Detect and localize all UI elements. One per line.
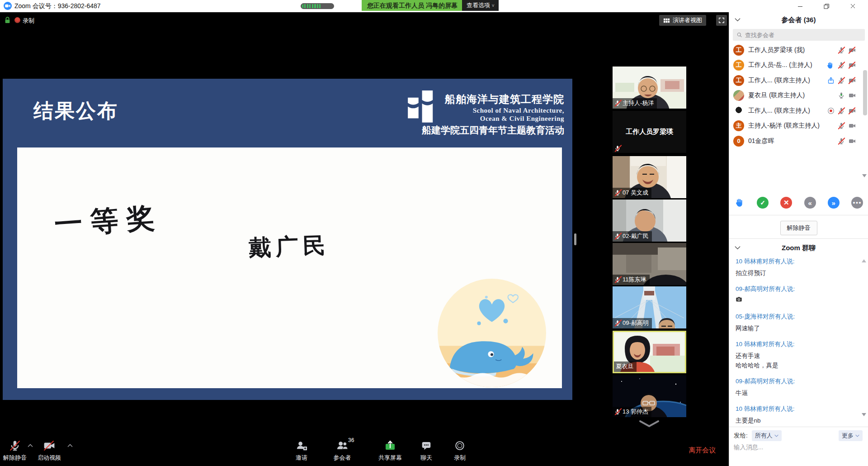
participant-search-box[interactable]	[733, 29, 865, 41]
slide-title: 结果公布	[33, 98, 118, 124]
leave-meeting-button[interactable]: 离开会议	[689, 446, 716, 455]
mic-muted-icon	[9, 439, 21, 452]
participant-row[interactable]: 0 01金彦晖	[729, 133, 868, 149]
message-text: 牛逼	[736, 388, 858, 398]
thumbnail-name-label: 09-郝高明	[613, 318, 652, 328]
zoom-logo-icon	[4, 2, 12, 10]
more-thumbnails-chevron[interactable]	[637, 420, 661, 428]
grid-view-icon	[663, 17, 670, 24]
thumbnail-name-label: 02-戴广民	[613, 231, 652, 242]
fullscreen-button[interactable]	[716, 15, 727, 26]
raise-hand-button[interactable]	[734, 197, 745, 208]
share-screen-icon	[384, 439, 396, 452]
title-bar: Zoom 会议号：936-2802-6487 您正在观看工作人员 冯粤的屏幕 查…	[0, 0, 868, 12]
video-options-caret[interactable]	[67, 443, 73, 448]
unmute-me-button[interactable]: 解除静音	[780, 221, 817, 235]
chat-button[interactable]: 聊天	[410, 439, 442, 462]
more-feedback-button[interactable]: ●●●	[851, 197, 863, 209]
go-faster-button[interactable]: »	[828, 197, 840, 209]
chat-panel-title: Zoom 群聊	[729, 244, 868, 252]
video-thumbnail[interactable]: 主持人-杨洋	[613, 67, 686, 109]
chat-send-to-row: 发给: 所有人 更多	[734, 430, 863, 441]
school-name-cn: 船舶海洋与建筑工程学院	[445, 92, 564, 106]
view-options-button[interactable]: 查看选项 ˅	[462, 0, 499, 11]
mic-muted-icon	[838, 138, 845, 145]
video-thumbnail[interactable]: 11陈东琳	[613, 243, 686, 285]
video-thumbnail-active-speaker[interactable]: 夏衣旦	[613, 331, 686, 373]
mic-muted-icon	[838, 62, 845, 69]
no-cross-button[interactable]: ✕	[780, 197, 792, 209]
participants-panel-title: 参会者 (36)	[729, 16, 868, 24]
go-slower-button[interactable]: «	[804, 197, 816, 209]
side-panel: 参会者 (36) 工 工作人员罗梁瑛 (我) 工 工作人员-岳... (主持人)	[729, 12, 868, 466]
chat-scroll-down-arrow[interactable]	[862, 413, 866, 416]
participant-name: 工作人... (联席主持人)	[748, 107, 823, 115]
unmute-label: 解除静音	[3, 454, 27, 462]
mic-muted-icon	[838, 77, 845, 84]
share-screen-button[interactable]: 共享屏幕	[374, 439, 406, 462]
mic-muted-icon	[614, 320, 621, 326]
invite-icon	[296, 439, 308, 452]
video-thumbnail[interactable]: 02-戴广民	[613, 200, 686, 242]
award-level-text: 一等奖	[53, 198, 164, 244]
nonverbal-feedback-row: ✓ ✕ « » ●●●	[729, 197, 868, 209]
more-chat-options[interactable]: 更多	[839, 430, 863, 441]
unmute-button[interactable]: 解除静音	[0, 439, 30, 462]
participant-row[interactable]: 工作人... (联席主持人)	[729, 103, 868, 119]
screen-share-icon	[827, 77, 835, 84]
restore-button[interactable]	[817, 0, 835, 12]
scroll-down-arrow[interactable]	[862, 174, 867, 177]
audio-level-meter	[301, 3, 334, 9]
yes-check-button[interactable]: ✓	[757, 197, 769, 209]
record-button[interactable]: 录制	[444, 439, 476, 462]
video-thumbnail[interactable]: 13 郭仲杰	[613, 375, 686, 417]
participant-name: 13 郭仲杰	[623, 408, 648, 416]
participant-row[interactable]: 主 主持人-杨洋 (联席主持人)	[729, 119, 868, 134]
chat-message: 05-庞海祥对所有人说: 网速输了	[736, 313, 858, 333]
whale-illustration	[437, 278, 547, 388]
participant-name: 02-戴广民	[623, 232, 649, 240]
video-thumbnail[interactable]: 工作人员罗梁瑛	[613, 111, 686, 153]
participant-row[interactable]: 工 工作人... (联席主持人)	[729, 73, 868, 88]
video-thumbnail[interactable]: 09-郝高明	[613, 286, 686, 328]
video-thumbnail[interactable]: 07 吴文成	[613, 156, 686, 198]
meeting-id-label: Zoom 会议号：936-2802-6487	[14, 0, 101, 12]
record-label: 录制	[454, 454, 466, 462]
mic-options-caret[interactable]	[27, 443, 33, 448]
minimize-button[interactable]	[791, 0, 809, 12]
message-sender: 09-郝高明对所有人说:	[736, 285, 858, 293]
chat-message-input[interactable]	[734, 444, 863, 451]
mic-muted-icon	[614, 190, 621, 196]
close-button[interactable]	[844, 0, 862, 12]
divider	[729, 215, 868, 215]
send-to-value: 所有人	[755, 432, 773, 440]
speaker-view-button[interactable]: 演讲者视图	[659, 15, 706, 26]
participant-list-scrollbar[interactable]	[863, 70, 867, 115]
main-meeting-area: 录制 演讲者视图 结果公布 船舶海洋与建筑工程学院 School of Nava…	[0, 12, 729, 466]
chat-input-area	[734, 443, 863, 451]
message-text: 还有手速	[736, 351, 858, 361]
search-input[interactable]	[745, 32, 861, 38]
school-name-en-1: School of Naval Architecture,	[473, 107, 564, 114]
participant-row[interactable]: 工 工作人员-岳... (主持人)	[729, 58, 868, 73]
invite-button[interactable]: 邀请	[286, 439, 317, 462]
participants-button[interactable]: 36 参会者	[326, 439, 358, 462]
start-video-button[interactable]: 启动视频	[34, 439, 64, 462]
fullscreen-icon	[718, 17, 725, 24]
message-sender: 10 韩林甫对所有人说:	[736, 405, 858, 413]
participant-name: 09-郝高明	[623, 319, 649, 327]
participant-name: 工作人员罗梁瑛 (我)	[748, 46, 834, 54]
search-icon	[736, 32, 742, 38]
participants-icon: 36	[336, 439, 349, 452]
camera-emoji-icon	[736, 296, 742, 303]
avatar: 工	[733, 60, 744, 71]
message-sender: 09-郝高明对所有人说:	[736, 377, 858, 385]
message-text	[736, 296, 858, 305]
participant-row[interactable]: 工 工作人员罗梁瑛 (我)	[729, 43, 868, 58]
shared-screen-scrollbar[interactable]	[574, 233, 576, 245]
school-name-en-2: Ocean & Civil Engineering	[480, 115, 564, 123]
send-to-selector[interactable]: 所有人	[752, 430, 782, 441]
chat-scroll-up-arrow[interactable]	[862, 259, 866, 262]
participant-row[interactable]: 夏衣旦 (联席主持人)	[729, 88, 868, 104]
participant-name: 工作人... (联席主持人)	[748, 76, 823, 85]
